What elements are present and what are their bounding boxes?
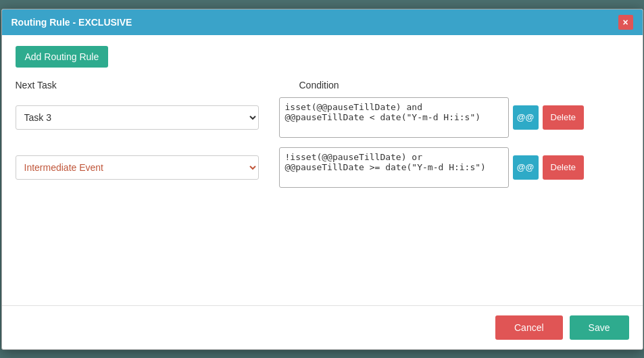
condition-textarea-1[interactable]: isset(@@pauseTillDate) and @@pauseTillDa… <box>279 97 509 138</box>
condition-textarea-2[interactable]: !isset(@@pauseTillDate) or @@pauseTillDa… <box>279 147 509 188</box>
task-select-1[interactable]: Task 3 <box>16 105 259 130</box>
columns-header: Next Task Condition <box>16 80 629 91</box>
close-button[interactable]: × <box>618 15 633 30</box>
delete-button-1[interactable]: Delete <box>543 105 585 130</box>
dialog-title: Routing Rule - EXCLUSIVE <box>11 17 132 28</box>
delete-button-2[interactable]: Delete <box>543 155 585 180</box>
condition-column-header: Condition <box>299 80 339 91</box>
rule-condition-1: isset(@@pauseTillDate) and @@pauseTillDa… <box>259 97 585 138</box>
add-routing-rule-button[interactable]: Add Routing Rule <box>16 46 109 68</box>
dialog-footer: Cancel Save <box>2 305 643 349</box>
cancel-button[interactable]: Cancel <box>495 315 563 340</box>
rule-row: Task 3 isset(@@pauseTillDate) and @@paus… <box>16 97 629 138</box>
rule-row: Intermediate Event !isset(@@pauseTillDat… <box>16 147 629 188</box>
save-button[interactable]: Save <box>570 315 629 340</box>
dialog: Routing Rule - EXCLUSIVE × Add Routing R… <box>1 9 643 350</box>
overlay: Routing Rule - EXCLUSIVE × Add Routing R… <box>0 0 644 358</box>
at-button-2[interactable]: @@ <box>513 155 539 180</box>
next-task-column-header: Next Task <box>16 80 279 91</box>
rule-condition-2: !isset(@@pauseTillDate) or @@pauseTillDa… <box>259 147 585 188</box>
task-select-2[interactable]: Intermediate Event <box>16 155 259 180</box>
dialog-body: Add Routing Rule Next Task Condition Tas… <box>2 35 643 305</box>
dialog-header: Routing Rule - EXCLUSIVE × <box>2 9 643 35</box>
at-button-1[interactable]: @@ <box>513 105 539 130</box>
